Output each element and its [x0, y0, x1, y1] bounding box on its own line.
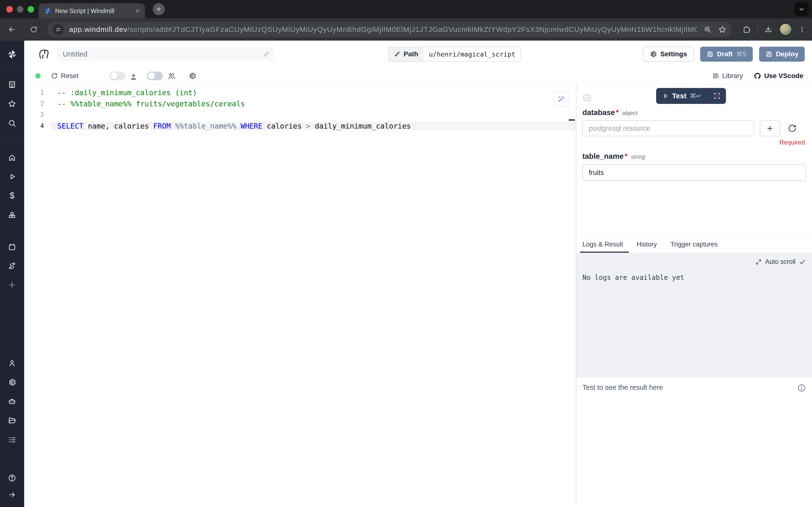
sidebar-item-workers[interactable]: [0, 397, 24, 405]
tab-trigger-captures[interactable]: Trigger captures: [671, 236, 718, 253]
test-button[interactable]: Test ⌘↵: [656, 88, 708, 104]
vscode-button[interactable]: Use VScode: [754, 72, 803, 80]
refresh-resources-button[interactable]: [787, 123, 797, 133]
sidebar-divider: [0, 69, 24, 69]
deploy-button[interactable]: Deploy: [759, 47, 805, 62]
code-line[interactable]: 4SELECT name, calories FROM %%table_name…: [24, 120, 576, 131]
back-button[interactable]: [8, 25, 16, 34]
sidebar-item-settings[interactable]: [0, 378, 24, 386]
script-title-input[interactable]: [57, 47, 275, 61]
sidebar-item-flows[interactable]: [0, 262, 24, 270]
check-icon: [799, 259, 806, 265]
capture-test-button[interactable]: [708, 88, 726, 104]
script-header: Path u/henri/magical_script Settings Dra…: [24, 41, 812, 68]
draft-shortcut: ⌘S: [736, 51, 747, 58]
site-info-button[interactable]: [53, 24, 64, 35]
window-controls: [6, 6, 34, 12]
main-area: Path u/henri/magical_script Settings Dra…: [24, 41, 812, 507]
zoom-window-button[interactable]: [27, 6, 34, 12]
sidebar-item-resources[interactable]: [0, 211, 24, 219]
field-type: string: [631, 154, 645, 160]
windmill-favicon-icon: [44, 7, 51, 14]
settings-button[interactable]: Settings: [643, 47, 694, 62]
address-bar[interactable]: app.windmill.dev/scripts/add#JTdCJTIyaGF…: [47, 22, 732, 37]
tab-close-icon[interactable]: ×: [135, 7, 140, 14]
autoscroll-label: Auto scroll: [765, 258, 796, 266]
sidebar-logo[interactable]: [0, 50, 24, 59]
code-line[interactable]: 2-- %%table_name%% fruits/vegetables/cer…: [24, 98, 576, 109]
sidebar-item-search[interactable]: [0, 119, 24, 127]
magic-wand-icon: [557, 95, 566, 103]
autoscroll-control[interactable]: Auto scroll: [755, 258, 806, 266]
kebab-menu-icon: [799, 26, 806, 33]
sidebar-item-folders[interactable]: [0, 416, 24, 425]
sidebar-item-workspace[interactable]: [0, 80, 24, 89]
plus-icon: [8, 281, 16, 289]
sidebar-item-schedules[interactable]: [0, 243, 24, 251]
overview-ruler-marker: [569, 119, 575, 121]
gear-icon: [8, 378, 16, 386]
header-actions: Settings Draft ⌘S Deploy: [643, 47, 805, 62]
sidebar-item-user[interactable]: [0, 359, 24, 367]
profile-avatar[interactable]: [779, 23, 792, 36]
close-window-button[interactable]: [6, 6, 13, 12]
multiplayer-toggle[interactable]: [147, 71, 163, 80]
sidebar-expand-button[interactable]: [0, 491, 24, 499]
test-button-group: Test ⌘↵: [656, 88, 726, 104]
downloads-button[interactable]: [764, 25, 772, 34]
gear-icon: [650, 51, 657, 58]
pencil-icon[interactable]: [263, 51, 270, 58]
ai-assistant-button[interactable]: [554, 91, 569, 107]
logs-pane: Auto scroll No logs are available yet: [576, 253, 812, 377]
table-name-input[interactable]: [582, 164, 806, 181]
library-button[interactable]: Library: [712, 72, 743, 80]
minimize-window-button[interactable]: [17, 6, 23, 12]
code-line[interactable]: 3: [24, 109, 576, 120]
tab-search-button[interactable]: [795, 2, 809, 16]
sidebar-item-runs[interactable]: [0, 173, 24, 181]
browser-menu-button[interactable]: [799, 26, 806, 33]
sidebar-item-create[interactable]: [0, 281, 24, 289]
path-widget[interactable]: Path u/henri/magical_script: [388, 47, 521, 62]
collapse-panel-button[interactable]: [582, 93, 592, 103]
editor-settings-gear-icon[interactable]: [188, 72, 196, 80]
tab-history[interactable]: History: [637, 236, 657, 253]
tab-logs-result[interactable]: Logs & Result: [582, 236, 623, 253]
reset-button[interactable]: Reset: [51, 72, 78, 80]
sidebar-item-help[interactable]: [0, 474, 24, 482]
code-line[interactable]: 1-- :daily_minimum_calories (int): [24, 87, 576, 98]
sidebar-item-audit-logs[interactable]: [0, 436, 24, 444]
new-tab-button[interactable]: +: [153, 3, 165, 15]
panel-top: Test ⌘↵: [576, 84, 812, 104]
sidebar-item-home[interactable]: [0, 154, 24, 162]
line-number: 4: [24, 122, 51, 129]
editor-toolbar: Reset ± Library Use VScode: [24, 68, 812, 84]
site-settings-icon: [55, 26, 61, 33]
windmill-logo-icon: [7, 50, 17, 59]
database-input[interactable]: [582, 120, 754, 136]
tab-strip: New Script | Windmill × +: [0, 0, 812, 18]
zoom-page-button[interactable]: [704, 25, 711, 33]
diff-toggle[interactable]: [110, 71, 125, 80]
draft-button[interactable]: Draft ⌘S: [700, 47, 753, 62]
result-info-button[interactable]: [797, 384, 806, 392]
code-editor[interactable]: 1-- :daily_minimum_calories (int)2-- %%t…: [24, 84, 576, 507]
right-panel: Test ⌘↵ database*: [576, 84, 812, 507]
code-lines: 1-- :daily_minimum_calories (int)2-- %%t…: [24, 87, 576, 131]
bookmark-button[interactable]: [718, 25, 727, 34]
add-resource-button[interactable]: +: [760, 120, 780, 136]
chevron-down-icon: [798, 6, 805, 12]
reload-button[interactable]: [30, 25, 38, 33]
expand-icon[interactable]: [755, 259, 762, 265]
save-icon: [706, 51, 714, 58]
sidebar-item-variables[interactable]: $: [0, 192, 24, 200]
browser-tab[interactable]: New Script | Windmill ×: [39, 3, 145, 18]
sidebar-item-favorites[interactable]: [0, 100, 24, 108]
reset-label: Reset: [61, 72, 78, 80]
test-shortcut: ⌘↵: [690, 92, 701, 100]
script-title: [50, 47, 275, 61]
path-label-group: Path: [389, 47, 424, 61]
extensions-button[interactable]: [742, 25, 751, 34]
code-text: -- %%table_name%% fruits/vegetables/cere…: [51, 100, 576, 108]
result-tabs: Logs & Result History Trigger captures: [576, 236, 812, 253]
